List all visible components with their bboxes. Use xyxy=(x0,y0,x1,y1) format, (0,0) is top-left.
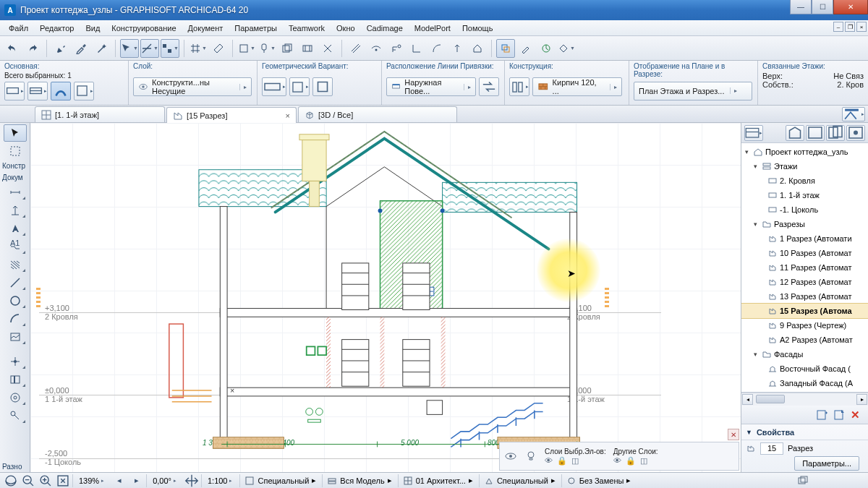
text-tool[interactable] xyxy=(4,220,27,237)
disp-combo[interactable]: План Этажа и Разрез... ▸ xyxy=(634,82,752,100)
fit-icon[interactable] xyxy=(55,474,71,487)
ruler-button[interactable] xyxy=(209,39,228,58)
toolbox-document-label[interactable]: Докум xyxy=(0,172,30,183)
drawing-canvas[interactable]: +3,1002 Кровля +3,1002 Кровля ±0,0001 1-… xyxy=(30,123,741,472)
angle-button[interactable] xyxy=(407,39,426,58)
nav-sec-15[interactable]: 15 Разрез (Автома xyxy=(780,307,852,315)
nav-sec-a2[interactable]: A2 Разрез (Автомат xyxy=(780,335,853,344)
fill-tool[interactable] xyxy=(4,256,27,273)
trace-button[interactable] xyxy=(496,39,515,58)
level-tool[interactable] xyxy=(4,202,27,219)
snap-points-button[interactable]: ▼ xyxy=(161,39,179,58)
navigator-tree[interactable]: ▾Проект коттеджа_узль ▾Этажи 2. Кровля 1… xyxy=(741,143,868,393)
mdi-restore-icon[interactable]: ❐ xyxy=(845,22,855,32)
nav-sec-13[interactable]: 13 Разрез (Автомат xyxy=(780,292,852,301)
guide-lines-button[interactable]: ▼ xyxy=(140,39,159,58)
arrow-tool[interactable] xyxy=(4,124,27,142)
hotspot-tool[interactable] xyxy=(4,353,27,370)
pick-button[interactable] xyxy=(51,39,70,58)
menu-edit[interactable]: Редактор xyxy=(34,22,80,35)
wall-settings-button[interactable]: ▸ xyxy=(4,82,25,100)
eye-sm-icon[interactable]: 👁 xyxy=(613,456,621,466)
expand-icon[interactable]: ▾ xyxy=(752,221,760,228)
expand-icon[interactable]: ▾ xyxy=(743,148,751,156)
zoom-value[interactable]: 139% xyxy=(79,476,99,485)
qopt-3[interactable]: 01 Архитект...▸ xyxy=(398,474,477,487)
scroll-left-icon[interactable]: ◂ xyxy=(742,394,753,405)
chevron-down-icon[interactable]: ▼ xyxy=(746,429,752,436)
geom-method-2[interactable]: ▸ xyxy=(289,77,310,96)
nav-floors[interactable]: Этажи xyxy=(774,162,797,171)
wall-geom-button[interactable]: ▸ xyxy=(74,82,94,100)
prev-zoom-icon[interactable]: ◂ xyxy=(111,474,127,487)
toolbox-more-label[interactable]: Разно xyxy=(0,461,30,472)
mdi-close-icon[interactable]: × xyxy=(856,22,867,32)
eye-sm-icon[interactable]: 👁 xyxy=(545,456,553,466)
nav-publisher-button[interactable] xyxy=(846,125,865,141)
qopt-4[interactable]: Специальный▸ xyxy=(479,474,560,487)
delete-view-icon[interactable]: ✕ xyxy=(851,408,864,421)
drafting-aids-button[interactable]: ▼ xyxy=(557,39,576,58)
scroll-right-icon[interactable]: ▸ xyxy=(856,394,867,405)
tab-overflow-button[interactable]: ▸ xyxy=(842,107,865,121)
scale-value[interactable]: 1:100 xyxy=(208,476,228,485)
magic-wand-button[interactable] xyxy=(92,39,111,58)
trim-button[interactable] xyxy=(318,39,337,58)
eye-icon[interactable] xyxy=(504,450,517,463)
maximize-button[interactable]: ☐ xyxy=(812,0,833,14)
menu-options[interactable]: Параметры xyxy=(229,22,283,35)
menu-document[interactable]: Документ xyxy=(182,22,229,35)
suspend-groups-button[interactable]: ▼ xyxy=(258,39,276,58)
qopt-2[interactable]: Вся Модель▸ xyxy=(322,474,396,487)
scroll-thumb[interactable] xyxy=(756,395,785,403)
new-view-icon[interactable] xyxy=(816,408,829,421)
nav-sec-12[interactable]: 12 Разрез (Автомат xyxy=(780,278,852,286)
tab-3d[interactable]: [3D / Все] xyxy=(298,106,457,122)
angle-value[interactable]: 0,00° xyxy=(153,476,171,485)
menu-help[interactable]: Помощь xyxy=(456,22,499,35)
qopt-5[interactable]: Без Замены▸ xyxy=(561,474,636,487)
tree-hscroll[interactable]: ◂ ▸ xyxy=(741,393,868,406)
distance-button[interactable] xyxy=(367,39,386,58)
save-view-icon[interactable] xyxy=(833,408,846,421)
nav-layout-button[interactable] xyxy=(826,125,845,141)
level-dim-button[interactable] xyxy=(387,39,406,58)
marquee-tool[interactable] xyxy=(4,142,27,160)
nav-floor-base[interactable]: -1. Цоколь xyxy=(780,205,818,214)
geom-method-3[interactable] xyxy=(312,77,333,96)
qopt-1[interactable]: Специальный▸ xyxy=(239,474,320,487)
cursor-snap-button[interactable]: ▼ xyxy=(120,39,139,58)
cons-combo[interactable]: Кирпич 120, ... ▸ xyxy=(532,77,622,96)
zoom-in-icon[interactable] xyxy=(38,474,54,487)
arc-dim-button[interactable] xyxy=(427,39,446,58)
tab-close-icon[interactable]: × xyxy=(286,111,290,120)
minimize-button[interactable]: — xyxy=(790,0,812,14)
close-button[interactable]: ✕ xyxy=(833,0,868,14)
menu-design[interactable]: Конструирование xyxy=(106,22,182,35)
lock-sm-icon[interactable]: 🔒 xyxy=(626,456,636,466)
show-hide-button[interactable] xyxy=(278,39,297,58)
expand-icon[interactable]: ▾ xyxy=(752,351,760,359)
prop-id-input[interactable] xyxy=(760,442,783,455)
settings-button[interactable]: Параметры... xyxy=(794,456,859,471)
nav-floor-roof[interactable]: 2. Кровля xyxy=(780,176,815,185)
element-snap-button[interactable]: ▼ xyxy=(237,39,256,58)
wall-edit-button[interactable] xyxy=(51,82,71,100)
toolbox-design-label[interactable]: Констр xyxy=(0,160,30,171)
measure-button[interactable] xyxy=(346,39,365,58)
nav-floor-1[interactable]: 1. 1-й этаж xyxy=(780,191,820,200)
tab-floor-plan[interactable]: [1. 1-й этаж] xyxy=(35,106,165,122)
mdi-minimize-icon[interactable]: – xyxy=(833,22,843,32)
cube-sm-icon[interactable]: ◫ xyxy=(640,456,647,466)
edit-trace-button[interactable] xyxy=(516,39,535,58)
nav-elev-east[interactable]: Восточный Фасад ( xyxy=(780,364,851,373)
redo-button[interactable] xyxy=(23,39,42,58)
grid-snap-button[interactable]: ▼ xyxy=(189,39,208,58)
snap-combo[interactable]: Наружная Пове... ▸ xyxy=(386,77,476,96)
cube-sm-icon[interactable]: ◫ xyxy=(571,456,579,466)
snap-flip-button[interactable] xyxy=(479,77,499,96)
nav-elevations[interactable]: Фасады xyxy=(774,350,803,359)
dimension-tool[interactable] xyxy=(4,184,27,201)
windows-icon[interactable] xyxy=(797,476,809,486)
home-button[interactable] xyxy=(468,39,487,58)
